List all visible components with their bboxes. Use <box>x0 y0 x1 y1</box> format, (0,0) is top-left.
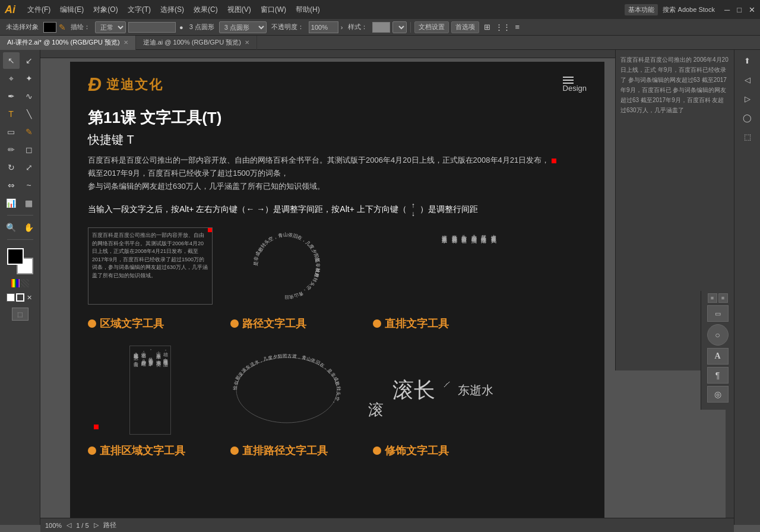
toolbar-more-icon[interactable]: ⋮⋮ <box>495 23 511 31</box>
lasso-tool[interactable]: ⌖ <box>3 70 20 87</box>
menu-select[interactable]: 选择(S) <box>156 5 189 15</box>
magic-wand-tool[interactable]: ✦ <box>21 70 37 87</box>
curvature-tool[interactable]: ∿ <box>21 88 37 104</box>
menu-effect[interactable]: 效果(C) <box>189 5 223 15</box>
paintbrush-tool[interactable]: ✎ <box>21 124 37 140</box>
zoom-tool[interactable]: 🔍 <box>3 219 20 236</box>
area-tool-label: 区域文字工具 <box>88 316 218 331</box>
right-icon-4[interactable]: ◯ <box>739 109 756 126</box>
style-preview <box>372 22 390 33</box>
search-adobe-stock[interactable]: 搜索 Adobe Stock <box>663 5 714 14</box>
doc-settings-button[interactable]: 文档设置 <box>414 21 449 33</box>
color-selector[interactable] <box>7 248 33 274</box>
minimize-button[interactable]: ─ <box>724 5 730 14</box>
fill-mode-fill[interactable] <box>7 293 15 302</box>
pen-tool[interactable]: ✒ <box>3 88 20 104</box>
svg-text:是非成败转头空，青山依旧在，几度夕阳红，秋月: 是非成败转头空，青山依旧在，几度夕阳红，秋月 <box>253 232 321 278</box>
select-tool[interactable]: ↖ <box>3 52 20 69</box>
menu-object[interactable]: 对象(O) <box>88 5 122 15</box>
none-swatch[interactable] <box>21 279 29 287</box>
menu-window[interactable]: 窗口(W) <box>256 5 291 15</box>
bar-chart-tool[interactable]: ▦ <box>21 195 37 211</box>
brush-select[interactable]: 3 点圆形 <box>219 21 267 33</box>
type-tool[interactable]: T <box>3 106 20 122</box>
foreground-color-box[interactable] <box>7 248 24 265</box>
brush-preview <box>128 22 176 33</box>
right-icon-1[interactable]: ⬆ <box>739 52 756 69</box>
zoom-level[interactable]: 100% <box>45 522 62 529</box>
hamburger-menu[interactable] <box>563 77 587 84</box>
tab-close-2[interactable]: ✕ <box>245 39 249 46</box>
right-icon-3[interactable]: ▷ <box>739 90 756 107</box>
opacity-arrow[interactable]: › <box>341 24 343 31</box>
menu-file[interactable]: 文件(F) <box>23 5 55 15</box>
artboard-tool[interactable]: ⬚ <box>12 308 28 321</box>
eraser-tool[interactable]: ◻ <box>21 141 37 158</box>
orange-dot-4 <box>88 446 96 455</box>
opacity-input[interactable] <box>309 21 338 33</box>
mini-A-icon[interactable]: A <box>707 348 729 365</box>
decorative-text-demo: 滚 滚长 ⟋ 东逝水 <box>361 343 498 438</box>
mini-circle-1[interactable]: ○ <box>707 324 729 346</box>
draw-label: 描绘： <box>68 23 93 31</box>
draw-mode-select[interactable]: 正常内部背面 <box>95 21 126 33</box>
pencil-tool[interactable]: ✏ <box>3 141 20 158</box>
workspace-selector[interactable]: 基本功能 <box>625 4 658 15</box>
no-select-label: 未选择对象 <box>4 23 41 31</box>
status-prev-btn[interactable]: ◁ <box>66 521 71 529</box>
fill-mode-stroke[interactable] <box>16 293 24 302</box>
mini-rect-1[interactable]: ▭ <box>707 305 729 322</box>
menu-bar: Ai 文件(F) 编辑(E) 对象(O) 文字(T) 选择(S) 效果(C) 视… <box>0 0 760 19</box>
close-button[interactable]: ✕ <box>749 5 755 14</box>
maximize-button[interactable]: □ <box>737 5 742 14</box>
rotate-tool[interactable]: ↻ <box>3 159 20 176</box>
deco-char-4: 东逝水 <box>458 382 493 398</box>
right-side-panel: ⬆ ◁ ▷ ◯ ⬚ <box>734 50 760 525</box>
preferences-button[interactable]: 首选项 <box>451 21 479 33</box>
toolbar-arrange-icon[interactable]: ⊞ <box>484 23 490 31</box>
bottom-demo-section: 非成败转头空，青山 依旧在，几度夕阳红 ，风吹古今多少事， 江东逝水，浪淘尽英 … <box>88 343 587 438</box>
stroke-color-box[interactable] <box>43 22 56 33</box>
mini-para-icon[interactable]: ¶ <box>707 367 729 384</box>
gradient-swatch[interactable] <box>11 279 20 287</box>
mini-btn-2[interactable]: ≡ <box>718 293 728 303</box>
line-tool[interactable]: ╲ <box>21 106 37 122</box>
rect-tool[interactable]: ▭ <box>3 124 20 140</box>
tab-close-1[interactable]: ✕ <box>124 39 128 46</box>
hand-tool[interactable]: ✋ <box>21 219 37 236</box>
orange-dot-2 <box>230 319 239 328</box>
width-tool[interactable]: ⇔ <box>3 177 20 194</box>
graph-tool[interactable]: 📊 <box>3 195 20 211</box>
mini-btn-1[interactable]: ≡ <box>708 293 717 303</box>
style-select[interactable]: ▼ <box>392 21 407 33</box>
fill-mode-none[interactable]: ✕ <box>26 293 34 302</box>
tab-ai-course[interactable]: AI-课件2.ai* @ 100% (RGB/GPU 预览) ✕ <box>0 36 136 50</box>
orange-dot-5 <box>230 446 239 455</box>
decorate-label: 修饰文字工具 <box>373 444 504 458</box>
menu-help[interactable]: 帮助(H) <box>291 5 325 15</box>
menu-text[interactable]: 文字(T) <box>123 5 156 15</box>
right-panel-text: 百度百科是百度公司推出的 2006年4月20日上线，正式 年9月，百度百科已经收… <box>620 55 729 115</box>
logo-icon: Ð <box>88 74 102 96</box>
warp-tool[interactable]: ~ <box>21 177 37 194</box>
vert-area-col-3: ，风吹古今多少事， <box>147 349 153 432</box>
toolbar-menu-icon[interactable]: ≡ <box>515 23 520 31</box>
toolbar-divider-1 <box>410 22 411 33</box>
status-next-btn[interactable]: ▷ <box>94 521 99 529</box>
brush-tool-icon[interactable]: ✎ <box>59 23 66 32</box>
area-text-content: 百度百科是百度公司推出的一部内容开放、自由的网络百科全书平台。其测试版于2006… <box>88 227 213 305</box>
bottom-labels-row: 直排区域文字工具 直排路径文字工具 修饰文字工具 <box>88 444 587 458</box>
tab-nidi[interactable]: 逆迪.ai @ 100% (RGB/GPU 预览) ✕ <box>136 36 257 50</box>
shortcut-desc: 当输入一段文字之后，按Alt+ 左右方向键（← →）是调整字间距，按Alt+ 上… <box>88 201 587 218</box>
menu-view[interactable]: 视图(V) <box>223 5 256 15</box>
svg-text:是非成败转头空，青山依旧: 是非成败转头空，青山依旧 <box>276 257 328 302</box>
direct-select-tool[interactable]: ↙ <box>21 52 37 69</box>
bullet-icon: ● <box>178 24 185 31</box>
scale-tool[interactable]: ⤢ <box>21 159 37 176</box>
right-icon-5[interactable]: ⬚ <box>739 128 756 145</box>
left-toolbox: ↖ ↙ ⌖ ✦ ✒ ∿ T ╲ ▭ ✎ ✏ ◻ ↻ ⤢ ⇔ ~ 📊 ▦ 🔍 ✋ <box>0 50 40 525</box>
right-icon-2[interactable]: ◁ <box>739 71 756 88</box>
mini-circle-2[interactable]: ◎ <box>707 386 729 403</box>
svg-text:恰似那滚滚东流水，几度夕阳照古渡，青山依旧在，是非成败转头空: 恰似那滚滚东流水，几度夕阳照古渡，青山依旧在，是非成败转头空， <box>232 353 341 407</box>
menu-edit[interactable]: 编辑(E) <box>55 5 88 15</box>
